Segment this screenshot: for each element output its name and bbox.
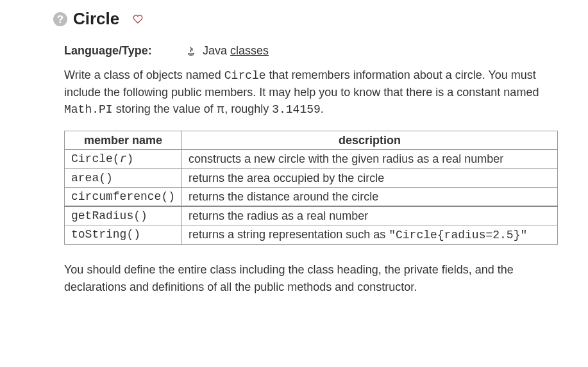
member-desc-cell: returns the radius as a real number [182, 206, 558, 225]
intro-code-mathpi: Math.PI [64, 103, 113, 116]
title-row: ? Circle [53, 9, 562, 29]
member-name-cell: toString() [65, 225, 182, 245]
language-type-label: Language/Type: [64, 44, 186, 58]
page-title: Circle [73, 9, 119, 29]
language-type-row: Language/Type: Java classes [64, 44, 551, 58]
table-row: circumference()returns the distance arou… [65, 187, 558, 206]
table-header-row: member name description [65, 131, 558, 150]
member-desc-cell: returns a string representation such as … [182, 225, 558, 245]
members-table: member name description Circle(r)constru… [64, 131, 558, 245]
language-name: Java [203, 44, 227, 58]
intro-paragraph: Write a class of objects named Circle th… [64, 67, 551, 118]
intro-text: . [321, 102, 324, 115]
svg-text:?: ? [57, 13, 63, 26]
member-desc-cell: returns the distance around the circle [182, 187, 558, 206]
heart-outline-icon[interactable] [132, 13, 144, 25]
outro-paragraph: You should define the entire class inclu… [64, 261, 551, 295]
intro-text: storing the value of π, roughly [113, 102, 273, 115]
help-circle-icon: ? [53, 12, 68, 27]
intro-text: Write a class of objects named [64, 69, 224, 81]
col-header-desc: description [182, 131, 558, 150]
table-row: area()returns the area occupied by the c… [65, 168, 558, 187]
intro-code-pi-value: 3.14159 [272, 103, 321, 116]
member-name-cell: circumference() [65, 187, 182, 206]
member-desc-cell: constructs a new circle with the given r… [182, 150, 558, 168]
java-icon [186, 46, 196, 56]
col-header-name: member name [65, 131, 182, 150]
member-name-cell: getRadius() [65, 206, 182, 225]
member-name-cell: area() [65, 168, 182, 187]
table-row: Circle(r)constructs a new circle with th… [65, 150, 558, 168]
intro-code-circle: Circle [224, 69, 266, 82]
table-row: getRadius()returns the radius as a real … [65, 206, 558, 225]
member-name-cell: Circle(r) [65, 150, 182, 168]
classes-link[interactable]: classes [230, 44, 269, 58]
table-row: toString()returns a string representatio… [65, 225, 558, 245]
member-desc-cell: returns the area occupied by the circle [182, 168, 558, 187]
